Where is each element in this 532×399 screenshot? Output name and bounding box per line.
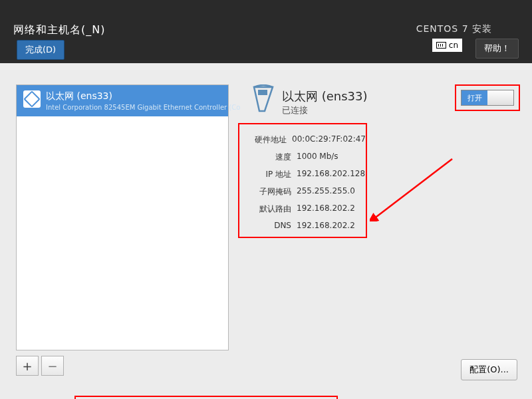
row-route: 默认路由 192.168.202.2 <box>239 203 366 215</box>
toggle-handle <box>487 90 513 105</box>
ip-label: IP 地址 <box>239 169 291 180</box>
detail-status: 已连接 <box>282 104 308 116</box>
device-name: 以太网 (ens33) <box>46 90 240 102</box>
mask-label: 子网掩码 <box>239 186 291 198</box>
help-button[interactable]: 帮助！ <box>475 39 519 59</box>
device-list[interactable]: 以太网 (ens33) Intel Corporation 82545EM Gi… <box>16 84 229 350</box>
add-device-button[interactable]: + <box>16 356 39 376</box>
row-hwaddr: 硬件地址 00:0C:29:7F:02:47 <box>239 134 366 146</box>
speed-label: 速度 <box>239 152 291 163</box>
ip-value: 192.168.202.128 <box>297 169 365 180</box>
done-button[interactable]: 完成(D) <box>17 40 65 60</box>
keyboard-indicator[interactable]: cn <box>432 39 462 52</box>
row-dns: DNS 192.168.202.2 <box>239 221 366 230</box>
detail-title: 以太网 (ens33) <box>282 88 368 104</box>
keyboard-icon <box>436 42 446 49</box>
route-value: 192.168.202.2 <box>297 203 355 215</box>
annotation-hostname-box: 应用(A) <box>74 396 338 399</box>
svg-line-1 <box>374 159 452 219</box>
hwaddr-value: 00:0C:29:7F:02:47 <box>292 134 366 146</box>
add-remove-group: + − <box>16 356 64 376</box>
body-area: 以太网 (ens33) Intel Corporation 82545EM Gi… <box>0 63 532 399</box>
dns-label: DNS <box>239 221 291 230</box>
row-mask: 子网掩码 255.255.255.0 <box>239 186 366 198</box>
remove-device-button[interactable]: − <box>41 356 64 376</box>
annotation-arrow-icon <box>370 156 455 221</box>
svg-rect-0 <box>258 90 267 95</box>
connection-toggle[interactable]: 打开 <box>461 90 514 106</box>
annotation-toggle-box: 打开 <box>455 84 520 111</box>
install-title: CENTOS 7 安装 <box>416 23 492 35</box>
device-subtext: Intel Corporation 82545EM Gigabit Ethern… <box>46 104 240 111</box>
toggle-on-label: 打开 <box>462 90 487 105</box>
row-speed: 速度 1000 Mb/s <box>239 152 366 163</box>
header-bar: 网络和主机名(_N) 完成(D) CENTOS 7 安装 cn 帮助！ <box>0 0 532 63</box>
configure-button[interactable]: 配置(O)... <box>461 359 517 380</box>
hwaddr-label: 硬件地址 <box>239 134 287 146</box>
page-title: 网络和主机名(_N) <box>13 23 105 37</box>
mask-value: 255.255.255.0 <box>297 186 355 198</box>
keyboard-layout-label: cn <box>449 41 458 50</box>
annotation-info-box: 硬件地址 00:0C:29:7F:02:47 速度 1000 Mb/s IP 地… <box>238 123 367 238</box>
device-item-text: 以太网 (ens33) Intel Corporation 82545EM Gi… <box>46 90 240 111</box>
dns-value: 192.168.202.2 <box>297 221 355 230</box>
ethernet-icon <box>23 90 41 108</box>
detail-ethernet-icon <box>250 84 277 112</box>
device-item-ens33[interactable]: 以太网 (ens33) Intel Corporation 82545EM Gi… <box>17 85 228 116</box>
route-label: 默认路由 <box>239 203 291 215</box>
row-ip: IP 地址 192.168.202.128 <box>239 169 366 180</box>
speed-value: 1000 Mb/s <box>297 152 338 163</box>
